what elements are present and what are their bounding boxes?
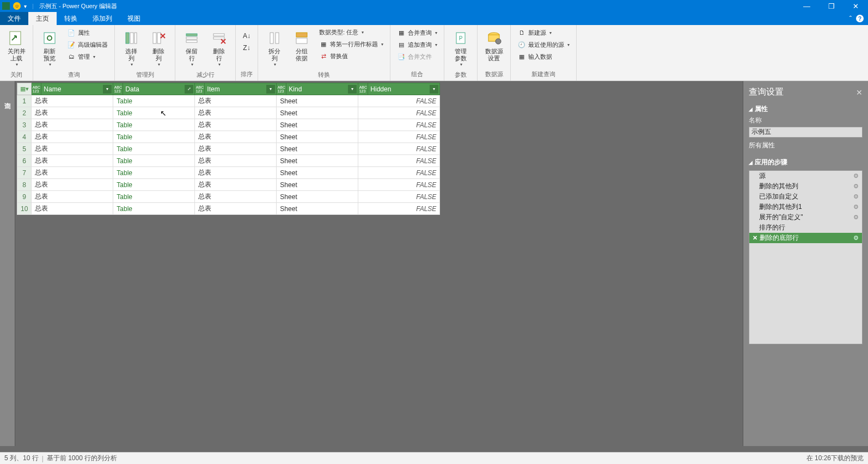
cell-item[interactable]: 总表: [195, 167, 277, 179]
cell-name[interactable]: 总表: [32, 203, 113, 215]
table-row[interactable]: 7 总表 Table 总表 Sheet FALSE: [17, 167, 440, 179]
row-number[interactable]: 3: [17, 119, 32, 131]
cell-data[interactable]: Table: [113, 143, 195, 155]
cell-kind[interactable]: Sheet: [277, 167, 358, 179]
qat-dropdown-icon[interactable]: ▾: [24, 3, 27, 9]
datatype-button[interactable]: 数据类型: 任意▾: [317, 27, 386, 38]
gear-icon[interactable]: ⚙: [853, 172, 859, 180]
refresh-preview-button[interactable]: 刷新 预览▾: [38, 27, 62, 70]
cell-name[interactable]: 总表: [32, 143, 113, 155]
applied-step[interactable]: 排序的行: [749, 222, 862, 233]
type-any-icon[interactable]: ABC 123: [195, 83, 205, 95]
row-number[interactable]: 6: [17, 155, 32, 167]
datasource-settings-button[interactable]: 数据源 设置: [482, 27, 506, 64]
cell-kind[interactable]: Sheet: [277, 203, 358, 215]
applied-step[interactable]: 展开的"自定义"⚙: [749, 212, 862, 222]
cell-item[interactable]: 总表: [195, 191, 277, 203]
cell-kind[interactable]: Sheet: [277, 131, 358, 143]
tab-file[interactable]: 文件: [0, 12, 28, 25]
tab-transform[interactable]: 转换: [57, 12, 85, 25]
gear-icon[interactable]: ⚙: [853, 234, 859, 242]
help-icon[interactable]: ?: [856, 15, 864, 22]
table-corner[interactable]: ▦▾: [17, 83, 32, 95]
cell-kind[interactable]: Sheet: [277, 107, 358, 119]
cell-item[interactable]: 总表: [195, 95, 277, 107]
applied-step[interactable]: ✕删除的底部行⚙: [749, 233, 862, 243]
col-header-item[interactable]: ABC 123Item▾: [195, 83, 277, 95]
type-any-icon[interactable]: ABC 123: [358, 83, 368, 95]
table-row[interactable]: 8 总表 Table 总表 Sheet FALSE: [17, 179, 440, 191]
row-number[interactable]: 8: [17, 179, 32, 191]
row-number[interactable]: 4: [17, 131, 32, 143]
query-name-input[interactable]: [749, 127, 863, 138]
cell-hidden[interactable]: FALSE: [358, 203, 440, 215]
table-row[interactable]: 5 总表 Table 总表 Sheet FALSE: [17, 143, 440, 155]
append-queries-button[interactable]: ▤追加查询▾: [395, 39, 439, 50]
minimize-button[interactable]: —: [794, 0, 819, 12]
cell-item[interactable]: 总表: [195, 107, 277, 119]
cell-name[interactable]: 总表: [32, 107, 113, 119]
cell-item[interactable]: 总表: [195, 143, 277, 155]
cell-item[interactable]: 总表: [195, 203, 277, 215]
col-header-kind[interactable]: ABC 123Kind▾: [277, 83, 358, 95]
cell-name[interactable]: 总表: [32, 95, 113, 107]
remove-columns-button[interactable]: 删除 列▾: [146, 27, 170, 70]
type-any-icon[interactable]: ABC 123: [113, 83, 123, 95]
enter-data-button[interactable]: ▦输入数据: [515, 51, 572, 62]
cell-name[interactable]: 总表: [32, 179, 113, 191]
cell-name[interactable]: 总表: [32, 131, 113, 143]
merge-files-button[interactable]: 📑合并文件: [395, 51, 439, 62]
properties-section[interactable]: 属性: [749, 104, 863, 114]
cell-data[interactable]: Table: [113, 167, 195, 179]
row-number[interactable]: 1: [17, 95, 32, 107]
group-by-button[interactable]: 分组 依据: [290, 27, 314, 64]
cell-data[interactable]: Table: [113, 131, 195, 143]
table-row[interactable]: 1 总表 Table 总表 Sheet FALSE: [17, 95, 440, 107]
row-number[interactable]: 2: [17, 107, 32, 119]
cell-hidden[interactable]: FALSE: [358, 131, 440, 143]
filter-icon[interactable]: ▾: [266, 85, 275, 94]
tab-add-column[interactable]: 添加列: [85, 12, 120, 25]
tab-view[interactable]: 视图: [120, 12, 148, 25]
cell-data[interactable]: Table: [113, 203, 195, 215]
col-header-data[interactable]: ABC 123Data⤢: [113, 83, 195, 95]
cell-data[interactable]: Table: [113, 191, 195, 203]
cell-kind[interactable]: Sheet: [277, 119, 358, 131]
advanced-editor-button[interactable]: 📝高级编辑器: [65, 39, 110, 50]
cell-kind[interactable]: Sheet: [277, 155, 358, 167]
cell-name[interactable]: 总表: [32, 155, 113, 167]
cell-item[interactable]: 总表: [195, 155, 277, 167]
gear-icon[interactable]: ⚙: [853, 203, 859, 211]
cell-item[interactable]: 总表: [195, 119, 277, 131]
cell-kind[interactable]: Sheet: [277, 95, 358, 107]
properties-button[interactable]: 📄属性: [65, 27, 110, 38]
cell-hidden[interactable]: FALSE: [358, 119, 440, 131]
cell-hidden[interactable]: FALSE: [358, 143, 440, 155]
row-number[interactable]: 7: [17, 167, 32, 179]
cell-hidden[interactable]: FALSE: [358, 155, 440, 167]
cell-item[interactable]: 总表: [195, 131, 277, 143]
cell-hidden[interactable]: FALSE: [358, 95, 440, 107]
table-row[interactable]: 10 总表 Table 总表 Sheet FALSE: [17, 203, 440, 215]
new-source-button[interactable]: 🗋新建源▾: [515, 27, 572, 38]
manage-params-button[interactable]: P 管理 参数▾: [449, 27, 473, 70]
cell-data[interactable]: Table: [113, 155, 195, 167]
maximize-button[interactable]: ❐: [819, 0, 843, 12]
table-row[interactable]: 9 总表 Table 总表 Sheet FALSE: [17, 191, 440, 203]
applied-steps-section[interactable]: 应用的步骤: [749, 158, 863, 167]
col-header-name[interactable]: ABC 123Name▾: [32, 83, 113, 95]
applied-step[interactable]: 删除的其他列⚙: [749, 181, 862, 191]
manage-button[interactable]: 🗂管理▾: [65, 51, 110, 62]
delete-step-icon[interactable]: ✕: [753, 234, 757, 242]
table-row[interactable]: 6 总表 Table 总表 Sheet FALSE: [17, 155, 440, 167]
applied-step[interactable]: 已添加自定义⚙: [749, 191, 862, 202]
cell-hidden[interactable]: FALSE: [358, 167, 440, 179]
applied-step[interactable]: 源⚙: [749, 171, 862, 181]
collapse-ribbon-icon[interactable]: ˆ: [849, 15, 852, 23]
gear-icon[interactable]: ⚙: [853, 193, 859, 200]
first-row-header-button[interactable]: ▦将第一行用作标题▾: [317, 39, 386, 50]
sort-asc-button[interactable]: A↓: [240, 30, 253, 41]
keep-rows-button[interactable]: 保留 行▾: [180, 27, 204, 70]
cell-kind[interactable]: Sheet: [277, 179, 358, 191]
queries-rail[interactable]: 查询: [0, 81, 15, 446]
